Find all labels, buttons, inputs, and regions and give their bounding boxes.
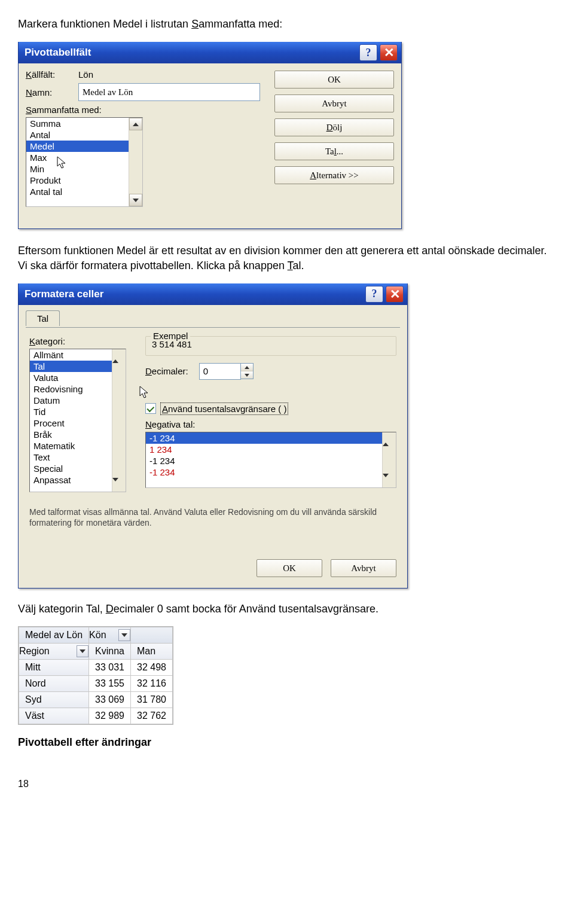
paragraph-2: Eftersom funktionen Medel är ett resulta…	[18, 243, 556, 273]
cell-value: 32 498	[131, 660, 173, 676]
list-item[interactable]: Tid	[30, 406, 126, 417]
spin-down-button[interactable]	[241, 371, 253, 379]
list-item[interactable]: Text	[30, 452, 126, 463]
dropdown-icon[interactable]	[77, 645, 88, 657]
cell-value: 33 069	[89, 692, 131, 708]
list-item[interactable]: Summa	[26, 118, 142, 129]
table-row: Mitt 33 031 32 498	[19, 660, 173, 676]
ok-button[interactable]: OK	[257, 559, 322, 577]
chevron-down-icon	[383, 474, 389, 487]
scroll-up-button[interactable]	[383, 432, 396, 443]
para2-hot: T	[288, 260, 293, 272]
dropdown-icon[interactable]	[118, 629, 130, 641]
list-item[interactable]: Max	[26, 152, 142, 163]
tabstrip: Tal	[26, 310, 400, 328]
decimaler-label: Decimaler:	[145, 366, 188, 376]
list-item[interactable]: Medel	[26, 141, 142, 152]
kategori-label: Kategori:	[29, 336, 137, 346]
listbox-scrollbar[interactable]	[129, 118, 142, 206]
negativa-label: Negativa tal:	[145, 419, 396, 429]
tab-tal[interactable]: Tal	[26, 310, 60, 326]
close-icon: ✕	[389, 286, 399, 301]
scroll-down-button[interactable]	[112, 481, 126, 492]
dolj-button[interactable]: Dölj	[274, 118, 394, 136]
pivot-empty-header	[131, 627, 173, 644]
para2-b: al.	[293, 260, 304, 272]
kategori-listbox[interactable]: Allmänt Tal Valuta Redovisning Datum Tid…	[29, 349, 126, 492]
list-item[interactable]: Min	[26, 163, 142, 175]
list-item[interactable]: Allmänt	[30, 349, 126, 361]
cell-value: 32 989	[89, 708, 131, 724]
list-item[interactable]: Valuta	[30, 372, 126, 383]
spin-up-button[interactable]	[241, 364, 253, 371]
cell-value: 33 031	[89, 660, 131, 676]
list-item[interactable]: Anpassat	[30, 474, 126, 486]
help-button[interactable]: ?	[365, 286, 383, 303]
scroll-down-button[interactable]	[383, 477, 396, 487]
row-header: Väst	[19, 708, 89, 724]
pivot-col-field[interactable]: Kön	[89, 627, 131, 644]
exempel-legend: Exempel	[151, 331, 190, 341]
scroll-down-button[interactable]	[129, 194, 142, 206]
kallfalt-label: Källfält:	[26, 69, 78, 80]
list-item[interactable]: Redovisning	[30, 383, 126, 395]
chevron-down-icon	[245, 374, 249, 377]
cell-value: 31 780	[131, 692, 173, 708]
pivot-corner: Medel av Lön	[19, 627, 89, 644]
list-item[interactable]: Special	[30, 463, 126, 474]
list-item[interactable]: -1 234	[146, 466, 396, 478]
row-header: Nord	[19, 676, 89, 692]
avbryt-button[interactable]: Avbryt	[274, 94, 394, 112]
help-button[interactable]: ?	[359, 44, 377, 61]
dialog2-titlebar[interactable]: Formatera celler ? ✕	[19, 283, 407, 305]
list-item[interactable]: -1 234	[146, 455, 396, 466]
tal-button[interactable]: Tal...	[274, 142, 394, 160]
list-item[interactable]: Tal	[30, 361, 126, 372]
list-item[interactable]: Datum	[30, 395, 126, 406]
chevron-up-icon	[383, 432, 389, 446]
list-item[interactable]: -1 234	[146, 432, 396, 444]
close-button[interactable]: ✕	[386, 286, 404, 303]
list-item[interactable]: Antal tal	[26, 186, 142, 197]
dialog2-title: Formatera celler	[25, 288, 363, 300]
listbox-scrollbar[interactable]	[382, 432, 396, 487]
para2-a: Eftersom funktionen Medel är ett resulta…	[18, 245, 546, 271]
list-item[interactable]: Procent	[30, 417, 126, 429]
sammanfatta-listbox[interactable]: Summa Antal Medel Max Min Produkt Antal …	[26, 117, 143, 207]
tusentals-checkbox[interactable]	[145, 403, 156, 414]
cell-value: 32 116	[131, 676, 173, 692]
list-item[interactable]: 1 234	[146, 444, 396, 455]
para3-hot: D	[106, 603, 114, 615]
dialog1-titlebar[interactable]: Pivottabellfält ? ✕	[19, 42, 401, 63]
pivot-result-table: Medel av Lön Kön Region Kvinna Man Mitt …	[18, 626, 173, 725]
intro-hotkey: S	[191, 18, 199, 30]
namn-label: Namn:	[26, 87, 78, 97]
scroll-up-button[interactable]	[112, 349, 126, 359]
dialog-formatera-celler: Formatera celler ? ✕ Tal Kategori: Allmä…	[18, 283, 408, 588]
scroll-up-button[interactable]	[129, 118, 142, 130]
col-header-kvinna: Kvinna	[89, 644, 131, 660]
help-icon: ?	[366, 47, 371, 59]
listbox-scrollbar[interactable]	[112, 349, 126, 492]
row-header: Mitt	[19, 660, 89, 676]
intro-text-a: Markera funktionen Medel i listrutan	[18, 18, 191, 30]
negativa-listbox[interactable]: -1 234 1 234 -1 234 -1 234	[145, 432, 396, 488]
pivot-row-field[interactable]: Region	[19, 644, 89, 660]
close-button[interactable]: ✕	[380, 44, 398, 61]
chevron-down-icon	[112, 478, 118, 492]
figure-caption: Pivottabell efter ändringar	[18, 736, 556, 749]
namn-input[interactable]	[78, 83, 260, 101]
list-item[interactable]: Bråk	[30, 429, 126, 440]
decimaler-input[interactable]	[199, 363, 241, 380]
list-item[interactable]: Matematik	[30, 440, 126, 452]
decimaler-spinner[interactable]	[199, 363, 254, 380]
avbryt-button[interactable]: Avbryt	[331, 559, 396, 577]
close-icon: ✕	[383, 45, 393, 60]
list-item[interactable]: Antal	[26, 129, 142, 141]
pivot-col-field-label: Kön	[89, 630, 106, 641]
row-header: Syd	[19, 692, 89, 708]
ok-button[interactable]: OK	[274, 71, 394, 89]
intro-text-b: ammanfatta med:	[199, 18, 282, 30]
alternativ-button[interactable]: Alternativ >>	[274, 166, 394, 184]
list-item[interactable]: Produkt	[26, 175, 142, 186]
